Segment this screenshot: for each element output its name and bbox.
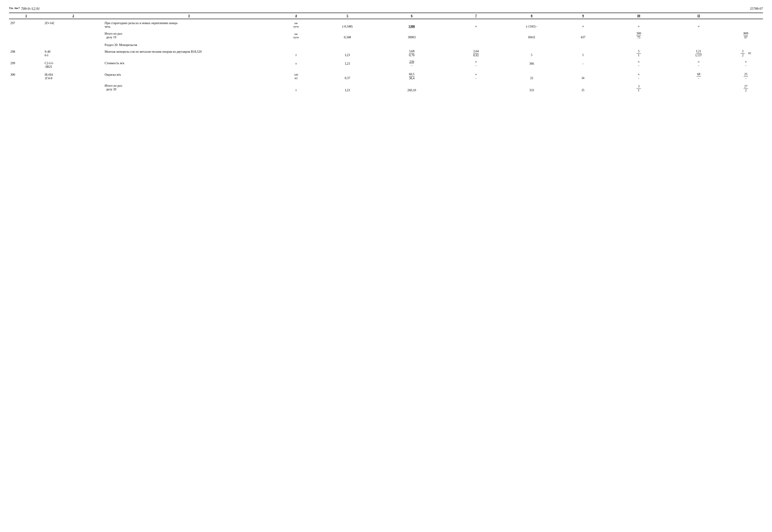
col-header-6: 6: [377, 13, 446, 19]
row-297b-col8: I041I: [506, 29, 557, 40]
row-299-col12: ≡-: [729, 58, 763, 69]
row-298-col3: Монтаж монорель-сов по металли-ческим оп…: [103, 48, 275, 58]
row-297b-col5: 0,348: [318, 29, 377, 40]
row-297b-col6: 30003: [377, 29, 446, 40]
row-298-col12: 2 2 82: [729, 48, 763, 58]
row-300-col8: 22: [506, 69, 557, 81]
row-299-col10: ≡-: [609, 58, 669, 69]
table-row: Итого по раз- делу 19 кмпути 0,348 30003…: [9, 29, 763, 40]
row-300b-col5: I,23: [318, 81, 377, 93]
row-300-col7: ≡-: [446, 69, 506, 81]
row-297b-col3: Итого по раз- делу 19: [103, 29, 275, 40]
row-297-col2: 2О-142: [43, 19, 103, 29]
row-300b-col8: 333: [506, 81, 557, 93]
row-297-col10: ≡: [609, 19, 669, 29]
main-table: 1 2 3 4 5 6 7 8 9 I0 II 297 2О-142 При с…: [9, 13, 763, 93]
row-300-col3: Окраска м/к: [103, 69, 275, 81]
col-header-10: I0: [609, 13, 669, 19]
row-300-col11: 68 -: [669, 69, 729, 81]
row-299-col6: 239-: [377, 58, 446, 69]
row-300b-col7: [446, 81, 506, 93]
title-line1: Т.п.: [9, 7, 14, 10]
row-298-col8: 5: [506, 48, 557, 58]
table-row: 299 С2-I-I--IВ25 Стоимость м/к т I,23 23…: [9, 58, 763, 69]
row-299-col7: ≡-: [446, 58, 506, 69]
table-row: 300 IБ-6I41Г4-8 Окраска м/к 100м2 0,37 6…: [9, 69, 763, 81]
header: Т.п. Ан.7 709-9-/12.91 25788-07: [9, 7, 763, 11]
col-header-11: II: [669, 13, 729, 19]
row-297b-col12: 809 97: [729, 29, 763, 40]
row-298-col4: т: [275, 48, 318, 58]
col-header-12: [729, 13, 763, 19]
row-297-col1: 297: [9, 19, 43, 29]
row-298-col1: 298: [9, 48, 43, 58]
row-297-col12: [729, 19, 763, 29]
row-298-col5: I,23: [318, 48, 377, 58]
row-300b-col9: I5: [557, 81, 609, 93]
column-headers: 1 2 3 4 5 6 7 8 9 I0 II: [9, 13, 763, 19]
row-297-col4: кмпути: [275, 19, 318, 29]
row-297b-col2: [43, 29, 103, 40]
row-300b-col1: [9, 81, 43, 93]
col-header-9: 9: [557, 13, 609, 19]
col-header-8: 8: [506, 13, 557, 19]
row-298-col9: I: [557, 48, 609, 58]
row-300b-col6: 260,10: [377, 81, 446, 93]
row-297b-col1: [9, 29, 43, 40]
table-row: 297 2О-142 При старогодних рельсах и нов…: [9, 19, 763, 29]
row-298-col6: 3,68 0,70: [377, 48, 446, 58]
row-300-col9: I4: [557, 69, 609, 81]
row-300-col2: IБ-6I41Г4-8: [43, 69, 103, 81]
table-row: Итого по раз- делу 20 т I,23 260,10 333 …: [9, 81, 763, 93]
col-header-1: 1: [9, 13, 43, 19]
row-297-col11: ≡: [669, 19, 729, 29]
section-title-row: Раздел 20. Монорельсов: [9, 40, 763, 48]
row-297b-col7: [446, 29, 506, 40]
col-header-2: 2: [43, 13, 103, 19]
row-297b-col9: 437: [557, 29, 609, 40]
row-299-col1: 299: [9, 58, 43, 69]
row-299-col2: С2-I-I--IВ25: [43, 58, 103, 69]
row-297-col7: ≡: [446, 19, 506, 29]
row-300-col5: 0,37: [318, 69, 377, 81]
row-300b-col3: Итого по раз- делу 20: [103, 81, 275, 93]
row-300b-col4: т: [275, 81, 318, 93]
row-298-col7: 2,64 0,92: [446, 48, 506, 58]
row-299-col8: 366: [506, 58, 557, 69]
row-298-col2: 9-406-I: [43, 48, 103, 58]
row-297b-col11: [669, 29, 729, 40]
col-header-7: 7: [446, 13, 506, 19]
table-row: 298 9-406-I Монтаж монорель-сов по метал…: [9, 48, 763, 58]
row-300b-col12: 27 2: [729, 81, 763, 93]
row-297-col8: (-1343) -: [506, 19, 557, 29]
row-299-col3: Стоимость м/к: [103, 58, 275, 69]
row-300-col10: ≡-: [609, 69, 669, 81]
title-block: Т.п. Ан.7: [9, 7, 20, 10]
row-300b-col10: 3 I: [609, 81, 669, 93]
section-spacer: [9, 40, 103, 48]
section-title-20: Раздел 20. Монорельсов: [103, 40, 763, 48]
row-299-col4: т: [275, 58, 318, 69]
row-300b-col2: [43, 81, 103, 93]
row-299-col11: ≡-: [669, 58, 729, 69]
row-300-col1: 300: [9, 69, 43, 81]
row-297-col5: (-0,348): [318, 19, 377, 29]
row-297-col9: ≡: [557, 19, 609, 29]
row-300b-col11: [669, 81, 729, 93]
doc-number: 25788-07: [750, 7, 763, 11]
title-line2: Ан.7: [14, 7, 20, 10]
row-300-col6: 60,5 38,4: [377, 69, 446, 81]
page-number: 82: [748, 51, 751, 55]
row-298-col11: I,21 I,137: [669, 48, 729, 58]
row-297-col6: 5300: [377, 19, 446, 29]
col-header-3: 3: [103, 13, 275, 19]
row-300-col4: 100м2: [275, 69, 318, 81]
row-298-col10: 5 I: [609, 48, 669, 58]
row-297b-col4: кмпути: [275, 29, 318, 40]
row-299-col9: -: [557, 58, 609, 69]
row-300-col12: 25 -: [729, 69, 763, 81]
row-299-col5: I,23: [318, 58, 377, 69]
row-297-col3: При старогодних рельсах и новых окреплен…: [103, 19, 275, 29]
subtitle: 709-9-/12.91: [21, 7, 40, 11]
col-header-5: 5: [318, 13, 377, 19]
